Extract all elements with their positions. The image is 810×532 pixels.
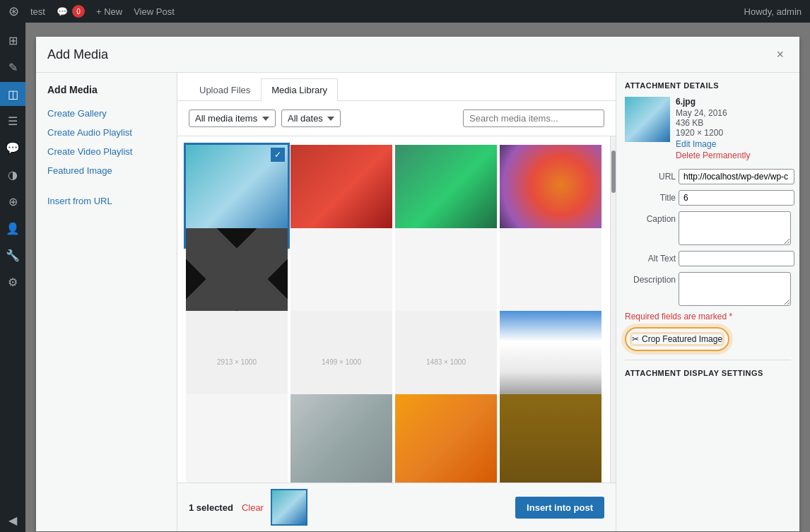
crop-featured-image-highlight: ✂ Crop Featured Image: [625, 327, 729, 351]
attachment-preview: 6.jpg May 24, 2016 436 KB 1920 × 1200 Ed…: [625, 97, 791, 160]
admin-bar: ⊛ test 💬 0 + New View Post Howdy, admin: [0, 0, 810, 23]
attachment-details-heading: ATTACHMENT DETAILS: [625, 81, 791, 90]
crop-button-label: Crop Featured Image: [642, 334, 722, 344]
attachment-thumbnail: [625, 97, 670, 142]
crop-section: ✂ Crop Featured Image: [625, 327, 791, 351]
url-label: URL: [625, 169, 676, 182]
modal-title: Add Media: [47, 47, 108, 62]
media-item[interactable]: [395, 394, 497, 483]
view-post[interactable]: View Post: [134, 6, 175, 17]
caption-label: Caption: [625, 211, 676, 224]
attachment-filesize: 436 KB: [676, 118, 750, 128]
attachment-display-heading: ATTACHMENT DISPLAY SETTINGS: [625, 360, 791, 377]
media-grid: ✓ 2913 × 1000: [177, 136, 610, 483]
url-field-row: URL: [625, 169, 791, 184]
sidebar-icon-comments[interactable]: 💬: [0, 136, 25, 160]
title-input[interactable]: [679, 190, 794, 206]
selected-count: 1 selected: [189, 502, 233, 513]
nav-insert-url[interactable]: Insert from URL: [36, 191, 177, 211]
modal-footer: 1 selected Clear Insert into post: [177, 483, 616, 531]
nav-create-audio[interactable]: Create Audio Playlist: [36, 123, 177, 142]
add-media-modal: Add Media × Add Media Create Gallery Cre…: [36, 37, 799, 531]
attachment-dimensions: 1920 × 1200: [676, 128, 750, 138]
attachment-date: May 24, 2016: [676, 108, 750, 118]
scroll-thumb[interactable]: [611, 150, 616, 193]
modal-center-panel: Upload Files Media Library All media ite…: [177, 73, 616, 531]
attachment-filename: 6.jpg: [676, 97, 750, 107]
media-item[interactable]: [500, 394, 601, 483]
media-item[interactable]: [186, 394, 288, 483]
modal-header: Add Media ×: [36, 37, 799, 73]
comment-count: 0: [72, 5, 85, 18]
site-name[interactable]: test: [30, 6, 45, 17]
sidebar-icon-collapse[interactable]: ◀: [0, 508, 25, 532]
sidebar-icon-pages[interactable]: ☰: [0, 109, 25, 133]
nav-create-gallery[interactable]: Create Gallery: [36, 104, 177, 123]
clear-selection-link[interactable]: Clear: [242, 502, 264, 513]
description-field-row: Description: [625, 272, 791, 306]
caption-field-row: Caption: [625, 211, 791, 245]
modal-overlay: Add Media × Add Media Create Gallery Cre…: [25, 23, 810, 532]
title-label: Title: [625, 190, 676, 203]
wp-sidebar: ⊞ ✎ ◫ ☰ 💬 ◑ ⊕ 👤 🔧 ⚙ ◀: [0, 23, 25, 532]
howdy-text: Howdy, admin: [744, 6, 802, 17]
url-input[interactable]: [679, 169, 794, 184]
media-toolbar: All media items All dates: [177, 101, 616, 136]
media-scroll-container: ✓ 2913 × 1000: [177, 136, 616, 483]
sidebar-icon-posts[interactable]: ✎: [0, 55, 25, 79]
wp-logo[interactable]: ⊛: [8, 4, 19, 19]
title-field-row: Title: [625, 190, 791, 206]
filter-media-type[interactable]: All media items: [189, 110, 276, 127]
tab-media-library[interactable]: Media Library: [261, 78, 338, 101]
image-dimensions: 2913 × 1000: [217, 358, 257, 366]
selected-thumbnail: [272, 490, 306, 524]
nav-create-video[interactable]: Create Video Playlist: [36, 142, 177, 161]
filter-dates[interactable]: All dates: [281, 110, 341, 127]
modal-tabs: Upload Files Media Library: [177, 73, 616, 101]
image-dimensions: 1499 × 1000: [322, 358, 361, 366]
scrollbar[interactable]: [610, 136, 616, 483]
image-dimensions: 1483 × 1000: [426, 358, 466, 366]
sidebar-icon-dashboard[interactable]: ⊞: [0, 28, 25, 52]
comments-link[interactable]: 💬 0: [57, 5, 85, 18]
modal-left-panel: Add Media Create Gallery Create Audio Pl…: [36, 73, 177, 531]
sidebar-icon-settings[interactable]: ⚙: [0, 270, 25, 294]
tab-upload-files[interactable]: Upload Files: [189, 78, 261, 101]
crop-featured-image-button[interactable]: ✂ Crop Featured Image: [632, 334, 722, 344]
delete-permanently-link[interactable]: Delete Permanently: [676, 150, 750, 160]
crop-icon: ✂: [632, 334, 639, 344]
caption-input[interactable]: [679, 211, 791, 245]
sidebar-icon-tools[interactable]: 🔧: [0, 243, 25, 267]
description-label: Description: [625, 272, 676, 285]
sidebar-icon-plugins[interactable]: ⊕: [0, 189, 25, 213]
main-layout: ⊞ ✎ ◫ ☰ 💬 ◑ ⊕ 👤 🔧 ⚙ ◀ Add Media × Add Me…: [0, 23, 810, 532]
required-note: Required fields are marked *: [625, 312, 791, 321]
selected-check: ✓: [271, 148, 285, 162]
insert-into-post-button[interactable]: Insert into post: [515, 497, 604, 519]
modal-left-title: Add Media: [36, 84, 177, 104]
alt-text-input[interactable]: [679, 251, 794, 266]
sidebar-icon-media[interactable]: ◫: [0, 82, 25, 106]
nav-divider: [36, 180, 177, 191]
nav-featured-image[interactable]: Featured Image: [36, 161, 177, 180]
search-media-input[interactable]: [463, 110, 604, 127]
sidebar-icon-users[interactable]: 👤: [0, 216, 25, 240]
media-item[interactable]: [290, 394, 392, 483]
new-content[interactable]: + New: [96, 6, 122, 17]
description-input[interactable]: [679, 272, 791, 306]
modal-close-button[interactable]: ×: [772, 47, 788, 62]
edit-image-link[interactable]: Edit Image: [676, 139, 750, 149]
attachment-meta: 6.jpg May 24, 2016 436 KB 1920 × 1200 Ed…: [676, 97, 750, 160]
modal-right-panel: ATTACHMENT DETAILS 6.jpg May 24, 2016 43…: [616, 73, 799, 531]
modal-body: Add Media Create Gallery Create Audio Pl…: [36, 73, 799, 531]
alt-text-label: Alt Text: [625, 251, 676, 264]
sidebar-icon-appearance[interactable]: ◑: [0, 162, 25, 187]
alt-text-field-row: Alt Text: [625, 251, 791, 266]
